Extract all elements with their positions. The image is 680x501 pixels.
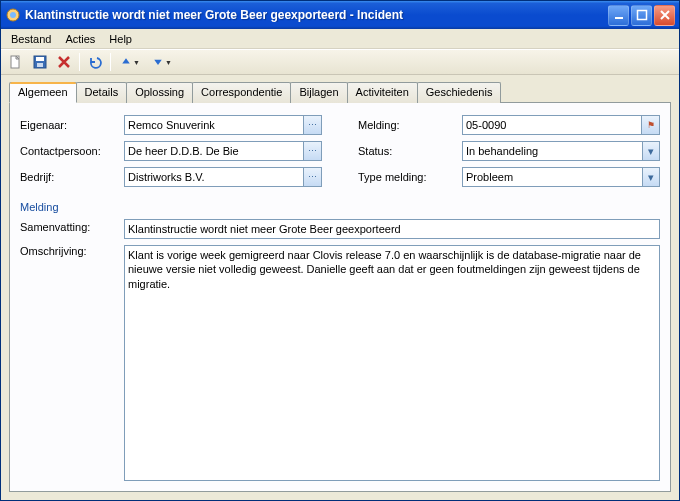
- dropdown-arrow-icon: ▼: [165, 59, 172, 66]
- tabstrip: Algemeen Details Oplossing Correspondent…: [9, 81, 671, 102]
- status-dropdown-button[interactable]: ▾: [643, 141, 660, 161]
- status-combo[interactable]: [462, 141, 643, 161]
- titlebar: Klantinstructie wordt niet meer Grote Be…: [1, 1, 679, 29]
- report-label: Melding:: [358, 119, 458, 131]
- contact-picker-button[interactable]: ⋯: [304, 141, 322, 161]
- description-row: Omschrijving:: [20, 245, 660, 481]
- chevron-down-icon: ▾: [648, 145, 654, 158]
- chevron-down-icon: ▾: [648, 171, 654, 184]
- form-grid: Eigenaar: ⋯ Melding: ⚑ Contactpersoon: ⋯: [20, 115, 660, 187]
- svg-rect-3: [637, 11, 646, 20]
- window: Klantinstructie wordt niet meer Grote Be…: [0, 0, 680, 501]
- svg-rect-2: [615, 17, 623, 19]
- up-button[interactable]: ▼: [115, 51, 145, 73]
- flag-icon: ⚑: [647, 120, 655, 130]
- app-icon: [5, 7, 21, 23]
- delete-button[interactable]: [53, 51, 75, 73]
- owner-picker-button[interactable]: ⋯: [304, 115, 322, 135]
- company-picker-button[interactable]: ⋯: [304, 167, 322, 187]
- type-dropdown-button[interactable]: ▾: [643, 167, 660, 187]
- down-button[interactable]: ▼: [147, 51, 177, 73]
- toolbar-separator: [110, 53, 111, 71]
- toolbar-separator: [79, 53, 80, 71]
- svg-point-1: [10, 12, 16, 18]
- maximize-button[interactable]: [631, 5, 652, 26]
- description-label: Omschrijving:: [20, 245, 120, 481]
- summary-row: Samenvatting:: [20, 219, 660, 239]
- lookup-icon: ⋯: [308, 172, 317, 182]
- status-label: Status:: [358, 145, 458, 157]
- tab-history[interactable]: Geschiedenis: [417, 82, 502, 103]
- contact-field[interactable]: [124, 141, 304, 161]
- section-title: Melding: [20, 201, 660, 213]
- contact-label: Contactpersoon:: [20, 145, 120, 157]
- new-button[interactable]: [5, 51, 27, 73]
- menubar: Bestand Acties Help: [1, 29, 679, 49]
- lookup-icon: ⋯: [308, 146, 317, 156]
- tab-general[interactable]: Algemeen: [9, 82, 77, 103]
- tab-attachments[interactable]: Bijlagen: [290, 82, 347, 103]
- close-button[interactable]: [654, 5, 675, 26]
- type-label: Type melding:: [358, 171, 458, 183]
- owner-label: Eigenaar:: [20, 119, 120, 131]
- minimize-button[interactable]: [608, 5, 629, 26]
- type-combo[interactable]: [462, 167, 643, 187]
- owner-field[interactable]: [124, 115, 304, 135]
- summary-field[interactable]: [124, 219, 660, 239]
- menu-actions[interactable]: Acties: [59, 32, 101, 46]
- undo-button[interactable]: [84, 51, 106, 73]
- report-picker-button[interactable]: ⚑: [642, 115, 660, 135]
- toolbar: ▼ ▼: [1, 49, 679, 75]
- tab-activities[interactable]: Activiteiten: [347, 82, 418, 103]
- tab-details[interactable]: Details: [76, 82, 128, 103]
- summary-label: Samenvatting:: [20, 219, 120, 239]
- description-field[interactable]: [124, 245, 660, 481]
- content: Algemeen Details Oplossing Correspondent…: [1, 75, 679, 500]
- save-button[interactable]: [29, 51, 51, 73]
- lookup-icon: ⋯: [308, 120, 317, 130]
- window-title: Klantinstructie wordt niet meer Grote Be…: [25, 8, 608, 22]
- company-field[interactable]: [124, 167, 304, 187]
- tab-solution[interactable]: Oplossing: [126, 82, 193, 103]
- svg-rect-7: [37, 63, 43, 67]
- tabpanel-general: Eigenaar: ⋯ Melding: ⚑ Contactpersoon: ⋯: [9, 102, 671, 492]
- window-buttons: [608, 5, 675, 26]
- company-label: Bedrijf:: [20, 171, 120, 183]
- tab-correspondence[interactable]: Correspondentie: [192, 82, 291, 103]
- report-field[interactable]: [462, 115, 642, 135]
- menu-help[interactable]: Help: [103, 32, 138, 46]
- dropdown-arrow-icon: ▼: [133, 59, 140, 66]
- svg-rect-6: [36, 57, 44, 61]
- menu-file[interactable]: Bestand: [5, 32, 57, 46]
